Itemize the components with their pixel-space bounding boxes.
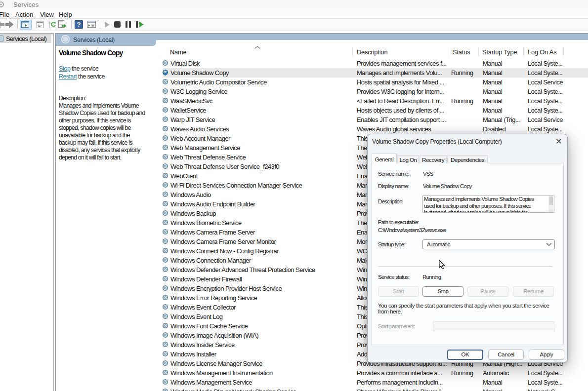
svg-text:?: ? (77, 21, 81, 28)
